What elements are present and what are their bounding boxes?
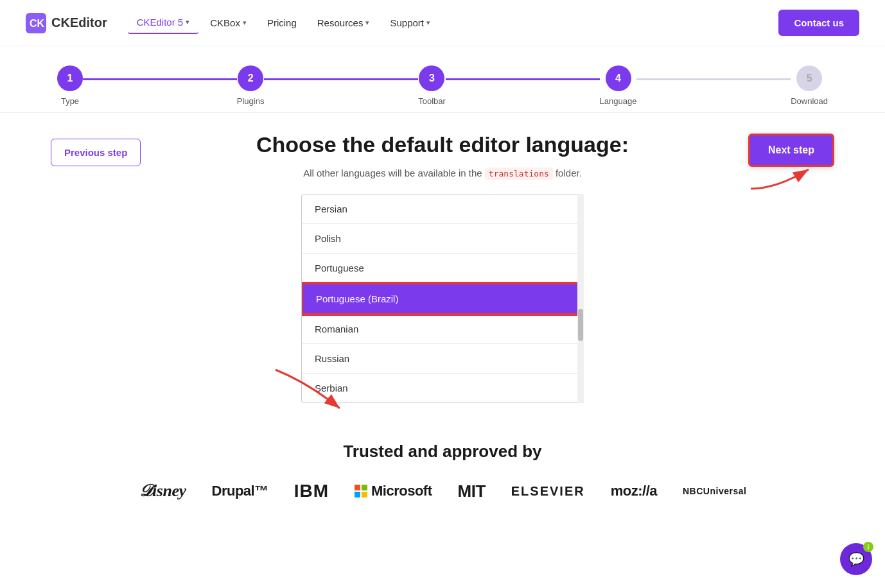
brand-mit: MIT [458,481,486,501]
step-plugins: 2 Plugins [237,65,265,106]
brand-ibm: IBM [294,481,329,501]
navbar: CK CKEditor CKEditor 5 ▾ CKBox ▾ Pricing… [0,0,885,46]
step-download: 5 Download [791,65,828,106]
brand-microsoft: Microsoft [355,483,432,499]
logo-text: CKEditor [51,15,107,30]
stepper: 1 Type 2 Plugins 3 Toolbar 4 Language [0,46,885,113]
nav-item-ckbox[interactable]: CKBox ▾ [201,12,256,33]
brand-nbcu: NBCUniversal [683,486,746,496]
brand-mozilla: moz://a [611,483,657,499]
chevron-down-icon: ▾ [365,19,369,27]
language-persian[interactable]: Persian [302,195,583,224]
language-romanian[interactable]: Romanian [302,315,583,344]
connector-2-3 [264,78,418,80]
scrollbar-track [577,194,584,403]
arrow-to-next-step [738,157,828,195]
nav-item-support[interactable]: Support ▾ [381,12,439,33]
chevron-down-icon: ▾ [426,19,430,27]
step-circle-2: 2 [238,65,263,91]
nav-links: CKEditor 5 ▾ CKBox ▾ Pricing Resources ▾… [128,12,779,34]
language-polish[interactable]: Polish [302,224,583,254]
subtitle: All other languages will be available in… [51,168,834,178]
language-portuguese[interactable]: Portuguese [302,254,583,283]
brand-logos: 𝒟isney Drupal™ IBM Microsoft MIT ELSEVIE… [51,481,834,501]
arrow-to-language [256,363,359,428]
brand-drupal: Drupal™ [212,483,268,499]
main-content: Previous step Next step Choose the defau… [25,113,860,527]
logo[interactable]: CK CKEditor [26,13,107,33]
contact-us-button[interactable]: Contact us [778,10,859,36]
trusted-heading: Trusted and approved by [51,442,834,462]
translations-code: translations [485,168,553,180]
brand-elsevier: ELSEVIER [511,484,585,499]
step-circle-4: 4 [606,65,631,91]
svg-text:CK: CK [30,18,45,29]
scrollbar-thumb[interactable] [578,309,583,341]
step-circle-3: 3 [419,65,444,91]
step-language: 4 Language [600,65,637,106]
step-circle-1: 1 [57,65,83,91]
microsoft-grid-icon [355,485,367,497]
language-portuguese-brazil[interactable]: Portuguese (Brazil) [302,283,583,315]
step-toolbar: 3 Toolbar [418,65,446,106]
trusted-section: Trusted and approved by 𝒟isney Drupal™ I… [51,429,834,508]
nav-item-resources[interactable]: Resources ▾ [308,12,379,33]
heading-text: Choose the default editor language: [51,132,834,157]
brand-disney: 𝒟isney [139,481,186,501]
connector-1-2 [83,78,237,80]
previous-step-button[interactable]: Previous step [51,139,141,166]
connector-4-5 [636,78,791,80]
chevron-down-icon: ▾ [186,18,189,26]
chevron-down-icon: ▾ [243,19,247,27]
nav-item-ckeditor5[interactable]: CKEditor 5 ▾ [128,12,199,34]
step-circle-5: 5 [796,65,822,91]
logo-icon: CK [26,13,46,33]
connector-3-4 [446,78,600,80]
nav-item-pricing[interactable]: Pricing [258,12,306,33]
page-heading: Choose the default editor language: [51,132,834,157]
step-type: 1 Type [57,65,83,106]
